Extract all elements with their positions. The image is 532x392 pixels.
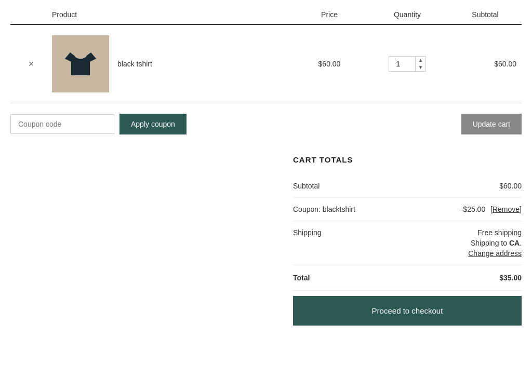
shipping-country: CA xyxy=(509,239,520,247)
table-row: × black tshirt $60.00 ▲ ▼ $60.00 xyxy=(10,25,522,103)
header-price: Price xyxy=(293,10,366,19)
update-cart-button[interactable]: Update cart xyxy=(461,114,522,134)
remove-item-button[interactable]: × xyxy=(29,59,34,70)
page-wrapper: Product Price Quantity Subtotal × black … xyxy=(0,0,532,346)
product-image xyxy=(52,35,109,92)
totals-coupon-value: –$25.00 [Remove] xyxy=(459,205,522,213)
header-subtotal: Subtotal xyxy=(449,10,522,19)
totals-subtotal-value: $60.00 xyxy=(499,182,522,190)
shipping-method: Free shipping xyxy=(477,228,522,237)
quantity-down-button[interactable]: ▼ xyxy=(416,64,426,71)
coupon-discount-amount: –$25.00 xyxy=(459,205,486,213)
totals-coupon-row: Coupon: blacktshirt –$25.00 [Remove] xyxy=(293,198,522,221)
cart-totals-section: CART TOTALS Subtotal $60.00 Coupon: blac… xyxy=(10,145,522,336)
price-cell: $60.00 xyxy=(293,60,366,68)
cart-totals-title: CART TOTALS xyxy=(293,155,522,164)
cart-table-header: Product Price Quantity Subtotal xyxy=(10,10,522,25)
tshirt-icon xyxy=(60,43,101,85)
header-quantity: Quantity xyxy=(366,10,449,19)
header-product: Product xyxy=(52,10,293,19)
cart-totals-box: CART TOTALS Subtotal $60.00 Coupon: blac… xyxy=(293,155,522,326)
proceed-to-checkout-button[interactable]: Proceed to checkout xyxy=(293,296,522,326)
totals-coupon-label: Coupon: blacktshirt xyxy=(293,205,355,213)
totals-total-row: Total $35.00 xyxy=(293,265,522,291)
quantity-cell: ▲ ▼ xyxy=(366,56,449,72)
quantity-up-button[interactable]: ▲ xyxy=(416,57,426,64)
totals-shipping-label: Shipping xyxy=(293,228,322,237)
total-value: $35.00 xyxy=(499,274,522,282)
totals-subtotal-row: Subtotal $60.00 xyxy=(293,174,522,198)
header-remove xyxy=(10,10,52,19)
product-cell: black tshirt xyxy=(52,35,293,92)
totals-shipping-row: Shipping Free shipping Shipping to CA. C… xyxy=(293,221,522,265)
subtotal-cell: $60.00 xyxy=(449,60,522,68)
coupon-input[interactable] xyxy=(10,114,114,134)
quantity-spinners: ▲ ▼ xyxy=(415,57,426,71)
coupon-row: Apply coupon Update cart xyxy=(10,103,522,145)
change-address-link[interactable]: Change address xyxy=(468,249,522,258)
shipping-to: Shipping to CA. xyxy=(471,239,522,247)
quantity-input-wrapper: ▲ ▼ xyxy=(389,56,427,72)
apply-coupon-button[interactable]: Apply coupon xyxy=(119,114,187,134)
product-name: black tshirt xyxy=(117,60,152,68)
total-label: Total xyxy=(293,274,310,282)
coupon-left: Apply coupon xyxy=(10,114,187,134)
quantity-input[interactable] xyxy=(389,57,415,71)
remove-cell: × xyxy=(10,59,52,70)
totals-shipping-value: Free shipping Shipping to CA. Change add… xyxy=(468,228,522,258)
totals-subtotal-label: Subtotal xyxy=(293,182,320,190)
coupon-remove-link[interactable]: [Remove] xyxy=(490,205,522,213)
